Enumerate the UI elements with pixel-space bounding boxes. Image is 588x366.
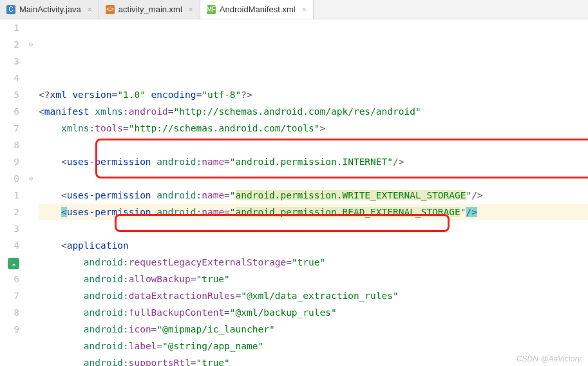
code-line[interactable]: android:dataExtractionRules="@xml/data_e… [39,287,588,304]
line-number: 8 [0,304,19,321]
tab-androidmanifest-xml[interactable]: MFAndroidManifest.xml× [200,0,314,19]
fold-toggle [26,153,36,170]
tab-label: MainActivity.java [19,5,81,14]
line-number: 7 [0,120,19,137]
code-line[interactable]: <application [39,237,588,254]
code-line[interactable]: <manifest xmlns:android="http://schemas.… [39,103,588,120]
code-editor[interactable]: 12345678901234☁6789 ⊖⊖ <?xml version="1.… [0,19,588,366]
watermark: CSDN @AaVictory. [517,354,583,363]
line-number: 6 [0,271,19,287]
code-line[interactable]: <uses-permission android:name="android.p… [39,153,588,170]
code-line[interactable]: android:supportsRtl="true" [39,354,588,366]
fold-column[interactable]: ⊖⊖ [26,19,36,366]
fold-toggle [26,220,36,237]
code-line[interactable]: android:fullBackupContent="@xml/backup_r… [39,304,588,321]
line-number: 4 [0,70,19,86]
code-line[interactable]: xmlns:tools="http://schemas.android.com/… [39,120,588,137]
line-number: 1 [0,19,19,36]
file-type-icon: C [6,5,15,14]
line-number: 0 [0,170,19,187]
line-number: 2 [0,36,19,53]
fold-toggle [26,187,36,204]
line-number: 7 [0,287,19,304]
fold-toggle [26,86,36,103]
code-line[interactable]: <uses-permission android:name="android.p… [39,187,588,204]
line-number: 2 [0,204,19,220]
fold-toggle [26,237,36,254]
fold-toggle[interactable]: ⊖ [26,36,36,53]
code-line[interactable]: android:allowBackup="true" [39,271,588,287]
fold-toggle [26,53,36,70]
file-type-icon: MF [207,5,216,14]
file-type-icon: <> [106,5,115,14]
code-line[interactable] [39,137,588,153]
fold-toggle [26,103,36,120]
fold-toggle [26,120,36,137]
line-number: 8 [0,137,19,153]
code-line[interactable]: android:label="@string/app_name" [39,338,588,354]
code-line[interactable]: <?xml version="1.0" encoding="utf-8"?> [39,86,588,103]
fold-toggle[interactable]: ⊖ [26,170,36,187]
fold-toggle [26,70,36,86]
fold-toggle [26,271,36,287]
line-number: ☁ [0,254,19,271]
line-number: 3 [0,53,19,70]
fold-toggle [26,204,36,220]
code-line[interactable]: <uses-permission android:name="android.p… [39,204,588,220]
line-gutter: 12345678901234☁6789 [0,19,26,366]
line-number: 9 [0,153,19,170]
code-line[interactable]: android:icon="@mipmap/ic_launcher" [39,321,588,338]
tab-label: activity_main.xml [119,5,182,14]
line-number: 4 [0,237,19,254]
tab-activity_main-xml[interactable]: <>activity_main.xml× [99,0,200,19]
line-number: 6 [0,103,19,120]
fold-toggle [26,19,36,36]
close-icon[interactable]: × [189,5,193,14]
code-line[interactable] [39,170,588,187]
tab-bar: CMainActivity.java×<>activity_main.xml×M… [0,0,588,19]
code-line[interactable]: android:requestLegacyExternalStorage="tr… [39,254,588,271]
code-area[interactable]: <?xml version="1.0" encoding="utf-8"?><m… [36,19,588,366]
tab-label: AndroidManifest.xml [220,5,296,14]
line-number: 3 [0,220,19,237]
line-number: 1 [0,187,19,204]
fold-toggle [26,137,36,153]
fold-toggle [26,321,36,338]
close-icon[interactable]: × [88,5,92,14]
fold-toggle [26,254,36,271]
line-number: 5 [0,86,19,103]
fold-toggle [26,304,36,321]
close-icon[interactable]: × [302,5,307,14]
gutter-marker-icon[interactable]: ☁ [8,258,19,269]
tab-mainactivity-java[interactable]: CMainActivity.java× [0,0,99,19]
code-line[interactable] [39,220,588,237]
line-number: 9 [0,321,19,338]
fold-toggle [26,287,36,304]
